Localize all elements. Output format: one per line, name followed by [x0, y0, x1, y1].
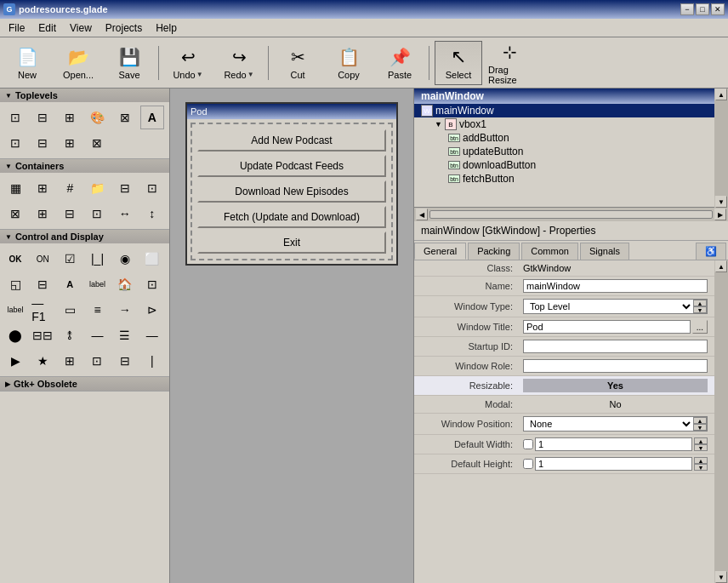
- tree-hscroll-left[interactable]: ◀: [416, 209, 428, 220]
- defwidth-input[interactable]: [535, 437, 692, 451]
- container-item-3[interactable]: #: [58, 176, 82, 200]
- close-button[interactable]: ✕: [711, 3, 725, 15]
- position-down[interactable]: ▼: [693, 424, 707, 431]
- toplevel-item-7[interactable]: ⊡: [3, 131, 27, 155]
- toplevel-item-2[interactable]: ⊟: [31, 106, 54, 129]
- ctrl-item-home[interactable]: 🏠: [113, 272, 137, 296]
- toplevel-item-3[interactable]: ⊞: [58, 106, 82, 129]
- redo-button[interactable]: Redo ▼: [215, 41, 263, 85]
- ctrl-item-9[interactable]: A: [58, 272, 82, 296]
- position-up[interactable]: ▲: [693, 417, 707, 424]
- ctrl-item-4[interactable]: |_|: [85, 247, 109, 271]
- tree-item-fetchbtn[interactable]: btn fetchButton: [414, 172, 714, 186]
- ctrl-item-label[interactable]: label: [85, 272, 109, 296]
- ctrl-item-3[interactable]: ☑: [58, 247, 82, 271]
- menu-view[interactable]: View: [63, 20, 99, 36]
- windowtype-down[interactable]: ▼: [693, 306, 707, 313]
- toplevel-item-10[interactable]: ⊠: [85, 131, 109, 155]
- cut-button[interactable]: Cut: [274, 41, 321, 85]
- container-item-11[interactable]: ↔: [113, 202, 137, 226]
- copy-button[interactable]: Copy: [325, 41, 373, 85]
- container-item-6[interactable]: ⊡: [140, 176, 164, 200]
- fetch-btn[interactable]: Fetch (Update and Download): [197, 206, 386, 228]
- defwidth-up[interactable]: ▲: [694, 437, 708, 444]
- containers-header[interactable]: ▼ Containers: [0, 159, 169, 173]
- startupid-input[interactable]: [523, 340, 708, 353]
- ctrl-item-25[interactable]: ▶: [3, 349, 27, 373]
- tree-item-mainwindow[interactable]: W mainWindow: [414, 104, 714, 117]
- undo-arrow[interactable]: ▼: [196, 71, 203, 78]
- defheight-checkbox[interactable]: [523, 459, 533, 469]
- toplevel-item-8[interactable]: ⊟: [31, 131, 54, 155]
- title-input[interactable]: [523, 320, 691, 334]
- container-item-10[interactable]: ⊡: [85, 202, 109, 226]
- tab-signals[interactable]: Signals: [580, 243, 629, 260]
- toplevel-item-9[interactable]: ⊞: [58, 131, 82, 155]
- windowtype-select[interactable]: Top Level: [524, 300, 693, 313]
- props-scroll-up[interactable]: ▲: [715, 260, 727, 272]
- role-input[interactable]: [523, 359, 708, 373]
- ctrl-item-list[interactable]: ≡: [85, 298, 109, 322]
- toplevel-item-4[interactable]: 🎨: [85, 106, 109, 129]
- undo-button[interactable]: Undo ▼: [164, 41, 212, 85]
- drag-resize-button[interactable]: Drag Resize: [486, 41, 533, 85]
- select-button[interactable]: Select: [435, 41, 482, 85]
- new-button[interactable]: New: [3, 41, 51, 85]
- tab-general[interactable]: General: [414, 243, 466, 260]
- ctrl-item-29[interactable]: ⊟: [113, 349, 137, 373]
- ctrl-item-8[interactable]: ⊟: [31, 272, 54, 296]
- defheight-down[interactable]: ▼: [694, 464, 708, 471]
- ctrl-item-list2[interactable]: ☰: [113, 323, 137, 347]
- toplevel-item-letter-a[interactable]: A: [140, 106, 164, 129]
- tree-item-addbtn[interactable]: btn addButton: [414, 131, 714, 145]
- toplevel-item-1[interactable]: ⊡: [3, 106, 27, 129]
- tab-accessibility[interactable]: ♿: [696, 243, 726, 260]
- menu-projects[interactable]: Projects: [99, 20, 149, 36]
- toplevels-header[interactable]: ▼ Toplevels: [0, 89, 169, 102]
- ctrl-item-vslider[interactable]: ⥉: [58, 323, 82, 347]
- ctrl-item-7[interactable]: ◱: [3, 272, 27, 296]
- container-item-5[interactable]: ⊟: [113, 176, 137, 200]
- control-header[interactable]: ▼ Control and Display: [0, 230, 169, 243]
- tree-scroll-up[interactable]: ▲: [715, 89, 727, 100]
- name-input[interactable]: [523, 279, 708, 293]
- tree-item-vbox1[interactable]: ▼ B vbox1: [414, 117, 714, 131]
- tree-item-downloadbtn[interactable]: btn downloadButton: [414, 158, 714, 172]
- ctrl-item-5[interactable]: ◉: [113, 247, 137, 271]
- paste-button[interactable]: Paste: [376, 41, 424, 85]
- exit-btn[interactable]: Exit: [197, 231, 386, 254]
- tab-packing[interactable]: Packing: [468, 243, 520, 260]
- add-podcast-btn[interactable]: Add New Podcast: [197, 129, 386, 151]
- container-item-7[interactable]: ⊠: [3, 202, 27, 226]
- ctrl-item-arrow[interactable]: →: [113, 298, 137, 322]
- menu-edit[interactable]: Edit: [31, 20, 63, 36]
- title-edit-btn[interactable]: ...: [692, 320, 708, 334]
- ctrl-item-dash[interactable]: —F1: [31, 298, 54, 322]
- ctrl-item-22[interactable]: —: [85, 323, 109, 347]
- modal-value[interactable]: No: [523, 398, 708, 410]
- ctrl-item-table[interactable]: ⊞: [58, 349, 82, 373]
- download-episodes-btn[interactable]: Download New Episodes: [197, 180, 386, 203]
- ctrl-item-6[interactable]: ⬜: [140, 247, 164, 271]
- tree-scroll-down[interactable]: ▼: [715, 196, 727, 208]
- windowtype-up[interactable]: ▲: [693, 300, 707, 306]
- position-select[interactable]: None: [524, 417, 693, 431]
- props-scroll-down[interactable]: ▼: [715, 571, 727, 583]
- container-item-4[interactable]: 📁: [85, 176, 109, 200]
- container-item-2[interactable]: ⊞: [31, 176, 54, 200]
- redo-arrow[interactable]: ▼: [247, 71, 254, 78]
- resizable-value[interactable]: Yes: [523, 379, 708, 392]
- ctrl-item-18[interactable]: ⊳: [140, 298, 164, 322]
- container-item-1[interactable]: ▦: [3, 176, 27, 200]
- ctrl-item-star[interactable]: ★: [31, 349, 54, 373]
- container-item-9[interactable]: ⊟: [58, 202, 82, 226]
- ctrl-item-dual[interactable]: ⊟⊟: [31, 323, 54, 347]
- ctrl-item-1[interactable]: OK: [3, 247, 27, 271]
- menu-file[interactable]: File: [2, 20, 31, 36]
- defwidth-down[interactable]: ▼: [694, 444, 708, 451]
- tree-hscroll-right[interactable]: ▶: [714, 209, 726, 220]
- obsolete-header[interactable]: ▶ Gtk+ Obsolete: [0, 377, 169, 391]
- tab-common[interactable]: Common: [521, 243, 578, 260]
- ctrl-item-30[interactable]: |: [140, 349, 164, 373]
- ctrl-item-label2[interactable]: label: [3, 298, 27, 322]
